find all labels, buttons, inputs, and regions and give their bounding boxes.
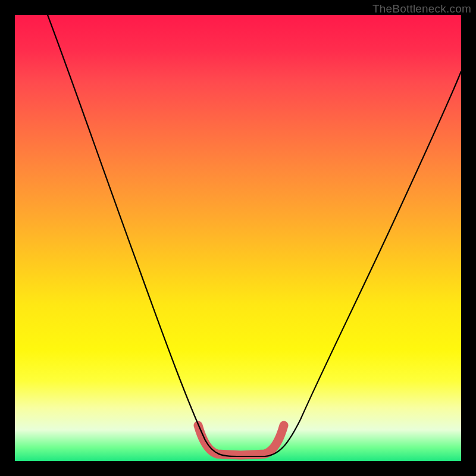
plot-area	[15, 15, 461, 461]
bottleneck-curve	[48, 15, 461, 456]
bottleneck-curve-svg	[15, 15, 461, 461]
curve-highlight	[198, 425, 284, 455]
chart-container: TheBottleneck.com	[0, 0, 476, 476]
watermark-label: TheBottleneck.com	[372, 2, 471, 15]
